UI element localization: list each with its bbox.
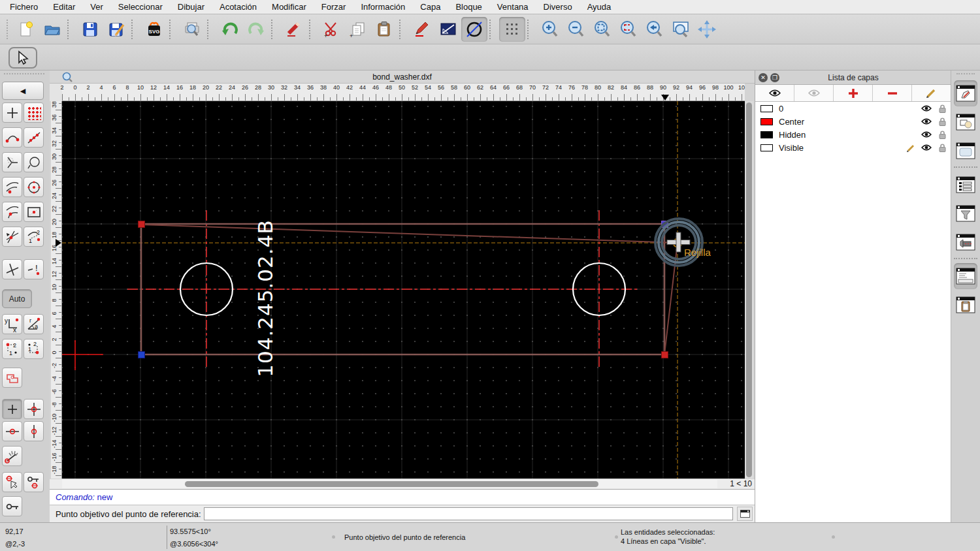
restrict-orthogonal-button[interactable] [24, 399, 44, 419]
coordinate-cartesian-button[interactable]: yx [2, 314, 22, 334]
save-as-button[interactable] [103, 17, 129, 42]
menu-item-fichero[interactable]: Fichero [10, 2, 38, 12]
layer-name[interactable]: Visible [779, 143, 904, 153]
vertical-scrollbar-thumb[interactable] [746, 102, 752, 477]
dock-layer-list-button[interactable] [954, 172, 977, 198]
layer-row[interactable]: Center [755, 115, 951, 128]
select-contour-button[interactable] [2, 368, 22, 388]
menu-item-ver[interactable]: Ver [90, 2, 103, 12]
entity-attributes-button[interactable] [461, 17, 487, 42]
snap-free-button[interactable] [2, 102, 22, 123]
drawing-canvas[interactable]: 104.245.02.4B Rejilla [62, 101, 745, 479]
menu-item-dibujar[interactable]: Dibujar [178, 2, 204, 12]
layer-lock-icon[interactable] [936, 118, 949, 126]
command-input[interactable] [204, 507, 733, 520]
menu-item-ayuda[interactable]: Ayuda [587, 2, 612, 12]
layer-name[interactable]: Hidden [779, 130, 904, 140]
relative-corner-1-button[interactable]: 12 [2, 339, 22, 359]
save-button[interactable] [77, 17, 103, 42]
zoom-previous-button[interactable] [642, 17, 668, 42]
layer-visibility-icon[interactable] [920, 144, 933, 151]
horizontal-scrollbar-thumb[interactable] [185, 481, 598, 487]
restrict-warning-button[interactable]: ! [24, 259, 44, 279]
layer-lock-icon[interactable] [936, 104, 949, 113]
coordinate-polar-button[interactable]: ra [24, 314, 44, 334]
remove-layer-button[interactable] [873, 85, 912, 101]
restrict-vertical-button[interactable] [24, 421, 44, 441]
layer-row[interactable]: Hidden [755, 128, 951, 141]
snap-intersection-manual-button[interactable]: 12 [24, 227, 44, 247]
menu-item-capa[interactable]: Capa [420, 2, 440, 12]
zoom-out-button[interactable] [563, 17, 589, 42]
toolbar-drag-handle[interactable] [7, 20, 10, 39]
dock-command-plugin-button[interactable] [954, 229, 977, 255]
draw-pen-button[interactable] [409, 17, 435, 42]
menu-item-editar[interactable]: Editar [53, 2, 75, 12]
layer-color-swatch[interactable] [760, 131, 773, 138]
restrict-free-button[interactable] [2, 399, 22, 419]
dock-library-browser-button[interactable] [954, 138, 977, 164]
snap-auto-button[interactable]: Auto [2, 289, 32, 308]
undo-button[interactable] [217, 17, 243, 42]
layer-lock-icon[interactable] [936, 144, 949, 152]
dock-clipboard-button[interactable] [954, 292, 977, 318]
angle-gauge-button[interactable] [2, 446, 22, 466]
new-document-button[interactable] [13, 17, 39, 42]
layer-visibility-icon[interactable] [920, 118, 933, 125]
snap-middle-button[interactable] [24, 152, 44, 172]
copy-button[interactable]: + [345, 17, 371, 42]
dock-filter-button[interactable] [954, 200, 977, 227]
pick-reference-point-button[interactable] [2, 472, 22, 492]
snap-grid-button[interactable] [24, 102, 44, 123]
snap-distance-button[interactable] [2, 177, 22, 197]
snap-entity-point-button[interactable] [2, 202, 22, 222]
dock-drag-handle[interactable] [956, 73, 975, 76]
dock-pen-toolbar-button[interactable] [954, 80, 977, 106]
layer-row[interactable]: 0 [755, 102, 951, 115]
vertical-scrollbar[interactable] [745, 101, 753, 479]
redo-button[interactable] [243, 17, 269, 42]
menu-item-información[interactable]: Información [361, 2, 405, 12]
layer-name[interactable]: Center [779, 117, 904, 127]
lock-reference-button[interactable] [24, 472, 44, 492]
cut-button[interactable]: + [319, 17, 345, 42]
menu-item-modificar[interactable]: Modificar [272, 2, 306, 12]
menu-item-seleccionar[interactable]: Seleccionar [118, 2, 163, 12]
menu-item-diverso[interactable]: Diverso [544, 2, 572, 12]
snap-endpoints-button[interactable] [2, 127, 22, 148]
menu-item-acotación[interactable]: Acotación [220, 2, 257, 12]
grid-toggle-button[interactable] [499, 17, 525, 42]
snap-intersection-button[interactable] [2, 227, 22, 247]
zoom-in-button[interactable] [537, 17, 563, 42]
snap-bounding-box-button[interactable] [24, 202, 44, 222]
menu-item-forzar[interactable]: Forzar [321, 2, 346, 12]
dock-block-list-button[interactable] [954, 109, 977, 135]
palette-back-button[interactable]: ◀ [2, 82, 44, 100]
show-all-layers-button[interactable] [755, 85, 794, 101]
open-file-button[interactable] [39, 17, 65, 42]
delete-entities-button[interactable] [281, 17, 307, 42]
snap-on-entity-button[interactable] [24, 127, 44, 148]
layer-visibility-icon[interactable] [920, 131, 933, 138]
snap-tangent-button[interactable] [2, 152, 22, 172]
layer-visibility-icon[interactable] [920, 104, 933, 112]
hide-all-layers-button[interactable] [794, 85, 834, 101]
horizontal-scrollbar[interactable] [62, 480, 717, 488]
export-svg-button[interactable]: SVG [141, 17, 167, 42]
edit-layer-button[interactable] [912, 85, 951, 101]
print-preview-button[interactable] [179, 17, 205, 42]
zoom-window-button[interactable] [668, 17, 694, 42]
menu-item-bloque[interactable]: Bloque [455, 2, 482, 12]
paste-button[interactable] [371, 17, 397, 42]
layer-color-swatch[interactable] [760, 105, 773, 112]
layer-row[interactable]: Visible [755, 141, 951, 154]
lock-relative-zero-button[interactable] [2, 496, 22, 516]
zoom-auto-button[interactable] [589, 17, 615, 42]
add-layer-button[interactable] [834, 85, 873, 101]
dock-command-line-button[interactable] [954, 263, 977, 289]
palette-drag-handle[interactable] [4, 73, 44, 77]
select-tool-button[interactable] [8, 47, 37, 69]
snap-center-button[interactable] [24, 177, 44, 197]
restrict-horizontal-button[interactable] [2, 421, 22, 441]
line-attributes-button[interactable] [435, 17, 461, 42]
